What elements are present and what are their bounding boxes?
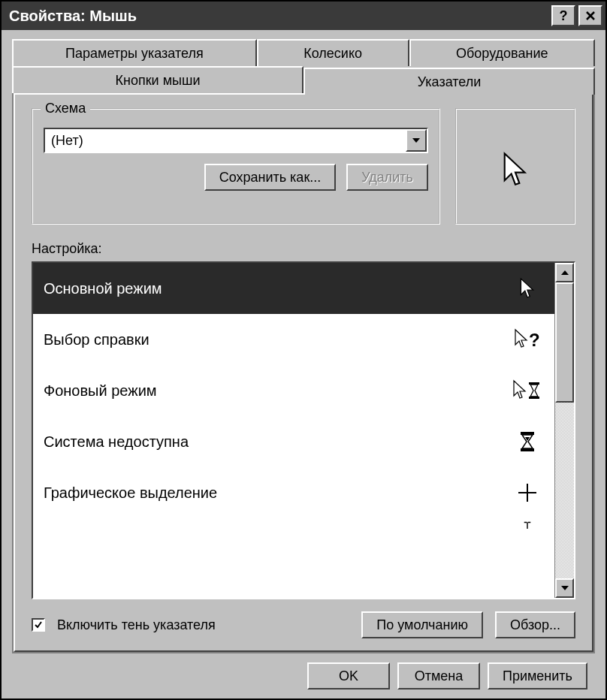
delete-button: Удалить <box>346 164 428 191</box>
cursor-busy-icon <box>511 430 544 453</box>
help-button[interactable]: ? <box>551 5 575 26</box>
cursor-precision-icon <box>511 482 544 503</box>
tab-pointers[interactable]: Указатели <box>304 68 595 95</box>
cursor-help-icon: ? <box>511 328 544 351</box>
list-item[interactable]: Графическое выделение <box>33 467 554 518</box>
dropdown-arrow-icon <box>406 129 427 152</box>
scheme-dropdown[interactable]: (Нет) <box>44 128 428 153</box>
scheme-groupbox: Схема (Нет) Сохранить как... Удалить <box>32 108 440 225</box>
list-item[interactable]: Система недоступна <box>33 416 554 467</box>
tab-buttons[interactable]: Кнопки мыши <box>12 66 304 93</box>
list-item[interactable]: Выбор справки ? <box>33 314 554 365</box>
scroll-track[interactable] <box>555 282 574 578</box>
scheme-value: (Нет) <box>51 133 406 149</box>
cursor-preview <box>455 108 575 225</box>
cursor-text-icon <box>511 521 544 536</box>
mouse-properties-dialog: Свойства: Мышь ? Параметры указателя Кол… <box>0 0 607 700</box>
window-title: Свойства: Мышь <box>9 8 551 25</box>
browse-button[interactable]: Обзор... <box>495 611 575 638</box>
cancel-button[interactable]: Отмена <box>397 662 480 689</box>
defaults-button[interactable]: По умолчанию <box>361 611 483 638</box>
list-item[interactable]: Основной режим <box>33 263 554 314</box>
tab-wheel[interactable]: Колесико <box>257 39 409 66</box>
save-as-button[interactable]: Сохранить как... <box>204 164 337 191</box>
svg-text:?: ? <box>529 330 540 350</box>
list-item[interactable]: Фоновый режим <box>33 365 554 416</box>
list-item[interactable] <box>33 518 554 541</box>
shadow-checkbox-label: Включить тень указателя <box>57 617 216 633</box>
customize-label: Настройка: <box>32 241 575 257</box>
tab-pointer-options[interactable]: Параметры указателя <box>12 39 257 66</box>
tab-hardware[interactable]: Оборудование <box>409 39 595 66</box>
cursor-listbox[interactable]: Основной режим Выбор справки ? <box>32 261 575 599</box>
scroll-thumb[interactable] <box>555 282 574 403</box>
apply-button[interactable]: Применить <box>488 662 587 689</box>
cursor-arrow-icon <box>500 151 530 189</box>
scrollbar[interactable] <box>554 263 574 598</box>
scheme-legend: Схема <box>41 101 90 116</box>
cursor-arrow-icon <box>511 277 544 300</box>
close-button[interactable] <box>578 5 602 26</box>
titlebar: Свойства: Мышь ? <box>2 2 605 30</box>
scroll-up-button[interactable] <box>555 263 574 282</box>
cursor-background-icon <box>511 379 544 402</box>
shadow-checkbox[interactable] <box>32 618 45 632</box>
scroll-down-button[interactable] <box>555 578 574 598</box>
ok-button[interactable]: OK <box>307 662 390 689</box>
